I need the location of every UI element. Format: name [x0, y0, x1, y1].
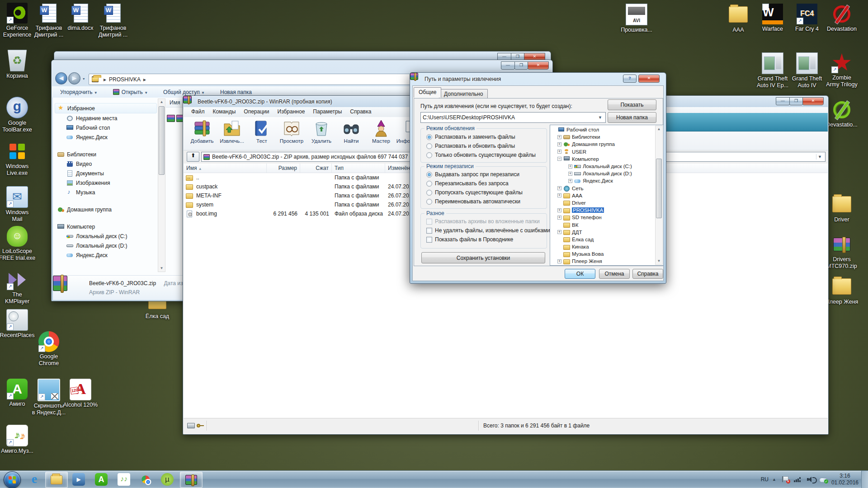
tree-node[interactable]: Ёлка сад — [551, 236, 655, 243]
tree-expander-icon[interactable]: + — [568, 172, 572, 176]
desktop-icon-devastation[interactable]: Devastation — [820, 4, 863, 33]
column-packed[interactable]: Сжат — [300, 164, 332, 173]
delete-button[interactable]: Удалить — [307, 117, 336, 150]
desktop-icon-recycle-bin[interactable]: Корзина — [0, 50, 39, 80]
tree-node[interactable]: + Яндекс.Диск — [551, 177, 655, 184]
add-button[interactable]: Добавить — [187, 117, 217, 150]
sidebar-item[interactable]: Локальный диск (C:) — [55, 231, 157, 241]
sidebar-item[interactable]: Документы — [55, 169, 157, 178]
sidebar-item[interactable]: Недавние места — [55, 113, 157, 123]
tree-node[interactable]: + USER — [551, 148, 655, 155]
share-button[interactable]: Общий доступ ▼ — [163, 89, 205, 95]
desktop-icon-kmplayer[interactable]: The KMPlayer — [0, 269, 39, 305]
scrollbar-thumb[interactable] — [159, 106, 165, 175]
sidebar-item[interactable]: Яндекс.Диск — [55, 250, 157, 260]
tree-node[interactable]: + Сеть — [551, 185, 655, 192]
history-dropdown-icon[interactable]: ▾ — [83, 77, 85, 81]
menu-item[interactable]: Параметры — [309, 107, 346, 116]
forward-button[interactable]: ▶ — [68, 72, 80, 84]
new-folder-button[interactable]: Новая папка — [220, 89, 252, 95]
desktop-icon-google-toolbar[interactable]: Google ToolBar.exe — [0, 97, 39, 133]
sidebar-item[interactable]: Видео — [55, 159, 157, 169]
taskbar-ie[interactable]: e — [24, 472, 45, 487]
taskbar-amigo[interactable]: A — [90, 472, 112, 487]
tab-general[interactable]: Общие — [414, 87, 441, 98]
taskbar-wmp[interactable]: ▶ — [68, 472, 90, 487]
column-size[interactable]: Размер — [267, 164, 300, 173]
radio-option[interactable]: Только обновить существующие файлы — [421, 150, 547, 160]
tree-node[interactable]: Рабочий стол — [551, 126, 655, 133]
tree-node[interactable]: ВК — [551, 221, 655, 228]
tree-node[interactable]: + PROSHIVKA — [551, 206, 655, 214]
checkbox-option[interactable]: Не удалять файлы, извлечённые с ошибками — [421, 226, 547, 235]
tray-expand-icon[interactable]: ▲ — [772, 477, 776, 482]
column-name[interactable]: Имя ▲ — [184, 164, 267, 173]
close-button[interactable]: ✕ — [638, 75, 660, 83]
maximize-button[interactable]: ❐ — [789, 97, 803, 105]
radio-option[interactable]: Выдавать запрос при перезаписи — [421, 170, 547, 179]
save-settings-button[interactable]: Сохранить установки — [421, 252, 545, 263]
menu-item[interactable]: Избранное — [274, 107, 309, 116]
tree-expander-icon[interactable]: + — [557, 259, 561, 263]
tree-node[interactable]: + Библиотеки — [551, 133, 655, 141]
menu-item[interactable]: Команды — [209, 107, 240, 116]
minimize-button[interactable]: — — [776, 97, 790, 105]
network-signal-icon[interactable] — [794, 476, 802, 483]
taskbar-explorer[interactable] — [45, 472, 68, 488]
sidebar-item[interactable]: Избранное — [55, 103, 157, 113]
tree-expander-icon[interactable]: + — [557, 230, 561, 234]
tree-node[interactable]: + Домашняя группа — [551, 141, 655, 148]
desktop-icon-proshivka-avi[interactable]: Прошивка... — [615, 4, 658, 33]
menu-item[interactable]: Справка — [346, 107, 375, 116]
organize-button[interactable]: Упорядочить ▼ — [60, 89, 98, 95]
desktop-icon-alcohol[interactable]: Alcohol 120% — [59, 379, 102, 408]
volume-icon[interactable] — [807, 476, 815, 483]
clock[interactable]: 3:16 01.02.2016 — [831, 473, 859, 486]
tree-node[interactable]: Музыка Вова — [551, 250, 655, 258]
help-button[interactable]: ? — [623, 75, 637, 83]
new-folder-button[interactable]: Новая папка — [608, 112, 656, 123]
yandex-disk-tray-icon[interactable]: ✓ — [819, 476, 827, 483]
desktop-icon-amigo-music[interactable]: Амиго.Муз... — [0, 425, 39, 455]
sidebar-item[interactable]: Локальный диск (D:) — [55, 241, 157, 250]
taskbar-chrome[interactable] — [135, 472, 156, 487]
radio-option[interactable]: Переименовывать автоматически — [421, 197, 547, 206]
extract-path-input[interactable]: C:\Users\USER\Desktop\PROSHIVKA ▼ — [420, 112, 606, 123]
start-button[interactable] — [4, 471, 21, 488]
scroll-down-icon[interactable]: ▼ — [158, 265, 165, 272]
up-directory-button[interactable]: ⬆ — [187, 152, 199, 162]
tree-expander-icon[interactable]: + — [568, 179, 572, 183]
tree-expander-icon[interactable]: + — [557, 142, 561, 146]
close-button[interactable]: ✕ — [802, 97, 824, 105]
close-button[interactable]: ✕ — [528, 61, 549, 70]
open-button[interactable]: Открыть ▼ — [113, 89, 148, 95]
minimize-button[interactable]: — — [501, 61, 515, 70]
tree-expander-icon[interactable]: + — [557, 135, 561, 139]
taskbar-winrar[interactable] — [180, 472, 203, 488]
sidebar-item[interactable]: Яндекс.Диск — [55, 132, 157, 142]
tree-node[interactable]: − Компьютер — [551, 155, 655, 163]
desktop-icon-windows-live[interactable]: Windows Live.exe — [0, 141, 39, 177]
scrollbar-thumb[interactable] — [656, 159, 662, 218]
scroll-up-icon[interactable]: ▲ — [656, 126, 662, 132]
tree-expander-icon[interactable]: − — [557, 157, 561, 161]
radio-option[interactable]: Распаковать и заменить файлы — [421, 132, 547, 141]
extract-dialog[interactable]: Путь и параметры извлечения ? ✕ Общие До… — [410, 72, 666, 284]
scroll-down-icon[interactable]: ▼ — [656, 258, 662, 264]
show-button[interactable]: Показать — [608, 99, 656, 110]
sidebar-scrollbar[interactable]: ▲ ▼ — [158, 99, 165, 272]
cancel-button[interactable]: Отмена — [599, 269, 630, 279]
checkbox-option[interactable]: Показать файлы в Проводнике — [421, 235, 547, 244]
tree-node[interactable]: + SD телефон — [551, 214, 655, 221]
tree-expander-icon[interactable]: + — [557, 216, 561, 220]
sidebar-item[interactable]: Компьютер — [55, 222, 157, 231]
tree-expander-icon[interactable]: + — [568, 164, 572, 169]
tree-node[interactable]: Driver — [551, 199, 655, 206]
taskbar-utorrent[interactable]: µ — [156, 472, 178, 487]
language-indicator[interactable]: RU — [761, 476, 769, 483]
tree-node[interactable]: + Локальный диск (D:) — [551, 170, 655, 177]
desktop-icon-trifanov2[interactable]: Трифанов Дмитрий ... — [91, 3, 135, 38]
desktop-icon-loiloscope[interactable]: LoiLoScope FREE trial.exe — [0, 226, 39, 262]
tree-scrollbar[interactable]: ▲ ▼ — [655, 126, 663, 265]
tree-node[interactable]: + ДДТ — [551, 229, 655, 236]
